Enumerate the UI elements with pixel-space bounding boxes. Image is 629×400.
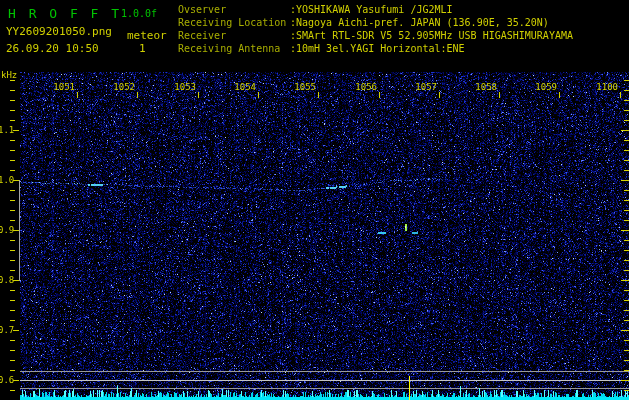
- x-tick-label: 1053: [172, 82, 196, 92]
- info-value: :10mH 3el.YAGI Horizontal:ENE: [290, 42, 465, 55]
- mode-label: meteor: [127, 29, 167, 42]
- y-tick-label: 0.8: [0, 275, 14, 285]
- info-label: Receiving Location: [178, 16, 290, 29]
- station-info: Ovserver:YOSHIKAWA Yasufumi /JG2MLIRecei…: [178, 3, 573, 55]
- x-tick-label: 1052: [111, 82, 135, 92]
- y-tick-label: 1.1: [0, 125, 14, 135]
- info-row: Receiver:SMArt RTL-SDR V5 52.905MHz USB …: [178, 29, 573, 42]
- timestamp: 26.09.20 10:50: [6, 42, 99, 55]
- x-tick-label: 1054: [232, 82, 256, 92]
- x-tick-label: 1057: [413, 82, 437, 92]
- info-label: Receiver: [178, 29, 290, 42]
- info-value: :YOSHIKAWA Yasufumi /JG2MLI: [290, 3, 453, 16]
- x-tick-label: 1051: [51, 82, 75, 92]
- y-tick-label: 0.9: [0, 225, 14, 235]
- y-tick-label: 0.6: [0, 375, 14, 385]
- info-row: Receiving Location:Nagoya Aichi-pref. JA…: [178, 16, 573, 29]
- output-filename: YY2609201050.png: [6, 25, 112, 38]
- info-row: Ovserver:YOSHIKAWA Yasufumi /JG2MLI: [178, 3, 573, 16]
- info-row: Receiving Antenna:10mH 3el.YAGI Horizont…: [178, 42, 573, 55]
- x-tick-label: 1059: [533, 82, 557, 92]
- x-tick-label: 1058: [473, 82, 497, 92]
- app-version: 1.0.0f: [121, 8, 157, 19]
- spectrogram-canvas: [0, 0, 629, 400]
- x-tick-label: 1100: [594, 82, 618, 92]
- y-tick-label: 1.0: [0, 175, 14, 185]
- y-tick-label: 0.7: [0, 325, 14, 335]
- x-tick-label: 1056: [353, 82, 377, 92]
- info-value: :SMArt RTL-SDR V5 52.905MHz USB HIGASHIM…: [290, 29, 573, 42]
- x-tick-label: 1055: [292, 82, 316, 92]
- info-label: Receiving Antenna: [178, 42, 290, 55]
- hrofft-window: H R O F F T 1.0.0f YY2609201050.png mete…: [0, 0, 629, 400]
- info-label: Ovserver: [178, 3, 290, 16]
- info-value: :Nagoya Aichi-pref. JAPAN (136.90E, 35.2…: [290, 16, 549, 29]
- y-axis-unit: kHz: [1, 70, 17, 80]
- meteor-count: 1: [139, 42, 146, 55]
- app-title: H R O F F T: [8, 6, 122, 21]
